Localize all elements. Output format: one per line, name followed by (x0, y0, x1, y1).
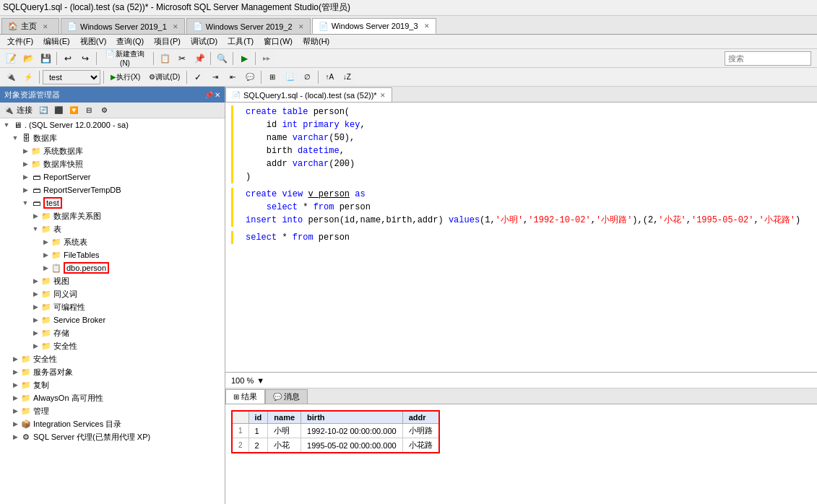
undo-btn[interactable]: ↩ (60, 51, 76, 66)
server-expand[interactable]: ▼ (1, 120, 12, 130)
query-tab-active[interactable]: 📄 SQLQuery1.sql - (local).test (sa (52))… (225, 87, 392, 102)
server-objects-node[interactable]: ▶ 📁 服务器对象 (0, 365, 225, 378)
test-db-node[interactable]: ▼ 🗃 test (0, 196, 225, 209)
menu-window[interactable]: 窗口(W) (259, 35, 297, 48)
views-expand[interactable]: ▶ (30, 276, 40, 286)
check-btn[interactable]: ✓ (190, 69, 206, 85)
outdent-btn[interactable]: ⇤ (225, 69, 241, 85)
db-diagram-expand[interactable]: ▶ (30, 211, 40, 221)
save-btn[interactable]: 💾 (38, 51, 53, 66)
snapshots-node[interactable]: ▶ 📁 数据库快照 (0, 157, 225, 170)
disconnect-btn[interactable]: ⚡ (20, 69, 36, 85)
code-area[interactable]: create table person( id int primary key,… (225, 103, 817, 373)
menu-view[interactable]: 视图(V) (76, 35, 111, 48)
oe-stop-btn[interactable]: ⬛ (51, 104, 66, 117)
databases-expand[interactable]: ▼ (10, 133, 20, 143)
oe-collapse-btn[interactable]: ⊟ (82, 104, 96, 117)
tab-home[interactable]: 🏠 主页 ✕ (1, 18, 59, 34)
oe-close-btn[interactable]: ✕ (215, 91, 220, 99)
oe-filter-btn[interactable]: 🔽 (66, 104, 81, 117)
close-ws2-tab[interactable]: ✕ (298, 23, 304, 30)
dbo-person-node[interactable]: ▶ 📋 dbo.person (0, 261, 225, 274)
results-tab-messages[interactable]: 💬 消息 (265, 389, 308, 404)
server-objects-expand[interactable]: ▶ (10, 367, 20, 377)
reportserver-node[interactable]: ▶ 🗃 ReportServer (0, 170, 225, 183)
system-tables-node[interactable]: ▶ 📁 系统表 (0, 235, 225, 248)
oe-settings-btn[interactable]: ⚙ (97, 104, 111, 117)
tab-ws2019-3[interactable]: 📄 Windows Server 2019_3 ✕ (312, 18, 436, 34)
db-selector[interactable]: test (43, 70, 100, 84)
indent-btn[interactable]: ⇥ (207, 69, 223, 85)
reportservertempdb-expand[interactable]: ▶ (20, 185, 30, 195)
alwayson-node[interactable]: ▶ 📁 AlwaysOn 高可用性 (0, 391, 225, 404)
oe-connect-btn[interactable]: 🔌 (1, 104, 16, 117)
file-tables-expand[interactable]: ▶ (40, 250, 51, 260)
results-none-btn[interactable]: ∅ (299, 69, 315, 85)
prog-node[interactable]: ▶ 📁 可编程性 (0, 300, 225, 313)
menu-project[interactable]: 项目(P) (150, 35, 185, 48)
sort-desc-btn[interactable]: ↓Z (339, 69, 355, 85)
sql-agent-expand[interactable]: ▶ (10, 432, 20, 442)
views-node[interactable]: ▶ 📁 视图 (0, 274, 225, 287)
integration-expand[interactable]: ▶ (10, 419, 20, 429)
menu-edit[interactable]: 编辑(E) (39, 35, 74, 48)
reportservertempdb-node[interactable]: ▶ 🗃 ReportServerTempDB (0, 183, 225, 196)
prog-expand[interactable]: ▶ (30, 302, 40, 312)
connect-btn[interactable]: 🔌 (3, 69, 19, 85)
run-btn[interactable]: ▶ (236, 51, 252, 66)
databases-node[interactable]: ▼ 🗄 数据库 (0, 131, 225, 144)
execute-btn[interactable]: ▶ 执行(X) (107, 69, 144, 85)
tables-node[interactable]: ▼ 📁 表 (0, 222, 225, 235)
results-tab-results[interactable]: ⊞ 结果 (225, 389, 265, 404)
management-expand[interactable]: ▶ (10, 406, 20, 416)
search-box[interactable] (725, 51, 811, 66)
cut-btn[interactable]: ✂ (174, 51, 190, 66)
security-inner-expand[interactable]: ▶ (30, 341, 40, 351)
oe-refresh-btn[interactable]: 🔄 (36, 104, 51, 117)
integration-node[interactable]: ▶ 📦 Integration Services 目录 (0, 417, 225, 430)
more-btn[interactable]: ▸▸ (259, 51, 275, 66)
close-query-tab[interactable]: ✕ (380, 92, 386, 99)
new-query-btn2[interactable]: 📄 新建查询(N) (100, 51, 150, 66)
security-inner-node[interactable]: ▶ 📁 安全性 (0, 339, 225, 352)
server-node[interactable]: ▼ 🖥 . (SQL Server 12.0.2000 - sa) (0, 118, 225, 131)
storage-expand[interactable]: ▶ (30, 328, 40, 338)
results-grid-btn[interactable]: ⊞ (264, 69, 280, 85)
redo-btn[interactable]: ↪ (77, 51, 93, 66)
results-text-btn[interactable]: 📃 (282, 69, 298, 85)
security-expand[interactable]: ▶ (10, 354, 20, 364)
paste-btn[interactable]: 📌 (191, 51, 207, 66)
debug-btn[interactable]: ⚙ 调试(D) (145, 69, 183, 85)
file-tables-node[interactable]: ▶ 📁 FileTables (0, 248, 225, 261)
open-btn[interactable]: 📂 (20, 51, 36, 66)
db-diagram-node[interactable]: ▶ 📁 数据库关系图 (0, 209, 225, 222)
copy-btn[interactable]: 📋 (157, 51, 173, 66)
system-tables-expand[interactable]: ▶ (40, 237, 51, 247)
menu-debug[interactable]: 调试(D) (186, 35, 222, 48)
security-node[interactable]: ▶ 📁 安全性 (0, 352, 225, 365)
alwayson-expand[interactable]: ▶ (10, 393, 20, 403)
menu-file[interactable]: 文件(F) (3, 35, 38, 48)
tables-expand[interactable]: ▼ (30, 224, 40, 234)
menu-tools[interactable]: 工具(T) (223, 35, 258, 48)
snapshots-expand[interactable]: ▶ (20, 159, 30, 169)
comment-btn[interactable]: 💬 (242, 69, 258, 85)
service-broker-expand[interactable]: ▶ (30, 315, 40, 325)
synonyms-expand[interactable]: ▶ (30, 289, 40, 299)
system-db-node[interactable]: ▶ 📁 系统数据库 (0, 144, 225, 157)
dbo-person-expand[interactable]: ▶ (40, 263, 51, 273)
reportserver-expand[interactable]: ▶ (20, 172, 30, 182)
tab-ws2019-1[interactable]: 📄 Windows Server 2019_1 ✕ (61, 18, 185, 34)
new-query-btn[interactable]: 📝 (3, 51, 19, 66)
oe-pin-btn[interactable]: 📌 (204, 91, 213, 99)
menu-query[interactable]: 查询(Q) (112, 35, 148, 48)
sort-asc-btn[interactable]: ↑A (321, 69, 337, 85)
close-home-tab[interactable]: ✕ (43, 23, 48, 30)
tab-ws2019-2[interactable]: 📄 Windows Server 2019_2 ✕ (186, 18, 311, 34)
zoom-dropdown[interactable]: ▼ (256, 376, 264, 385)
replication-expand[interactable]: ▶ (10, 380, 20, 390)
service-broker-node[interactable]: ▶ 📁 Service Broker (0, 313, 225, 326)
close-ws3-tab[interactable]: ✕ (424, 22, 430, 30)
sql-agent-node[interactable]: ▶ ⚙ SQL Server 代理(已禁用代理 XP) (0, 430, 225, 443)
close-ws1-tab[interactable]: ✕ (173, 23, 178, 30)
